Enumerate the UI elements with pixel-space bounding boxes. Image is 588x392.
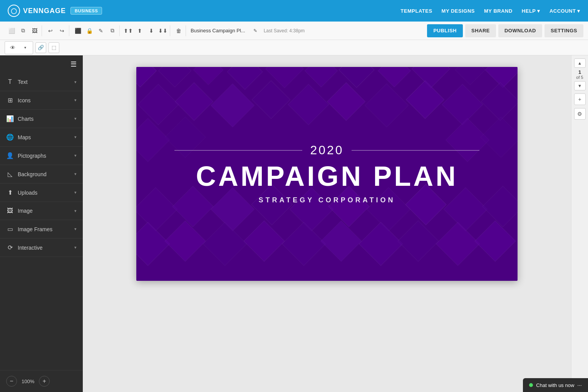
canvas-subtitle: STRATEGY CORPORATION <box>174 197 479 205</box>
toolbar-action-buttons: PUBLISH SHARE DOWNLOAD SETTINGS <box>427 24 583 37</box>
sidebar-label-uploads: Uploads <box>18 190 37 196</box>
sidebar-item-icons[interactable]: ⊞ Icons ▾ <box>0 91 83 110</box>
nav-my-brand[interactable]: MY BRAND <box>484 8 513 14</box>
sidebar-label-text: Text <box>18 79 28 85</box>
app-name: VENNGAGE <box>23 7 66 15</box>
position-button[interactable]: ⬛ <box>72 25 83 36</box>
top-navigation: ◯ VENNGAGE BUSINESS TEMPLATES MY DESIGNS… <box>0 0 588 22</box>
settings-right-button[interactable]: ⚙ <box>574 108 586 120</box>
frame-tool-button[interactable]: ⬜ <box>6 25 17 36</box>
secondary-toolbar: 👁 ▾ 🔗 ⬚ <box>0 40 588 55</box>
design-canvas[interactable]: 2020 CAMPAIGN PLAN STRATEGY CORPORATION <box>136 67 518 281</box>
toolbar-lock-group: ⬛ 🔒 ✎ ⧉ <box>71 25 120 36</box>
svg-rect-38 <box>165 221 206 262</box>
uploads-icon: ⬆ <box>6 189 14 196</box>
hamburger-button[interactable]: ☰ <box>70 60 77 68</box>
svg-rect-21 <box>442 84 483 125</box>
zoom-in-button[interactable]: + <box>39 376 50 387</box>
chevron-down-icon-3: ▾ <box>74 116 77 121</box>
sidebar-item-interactive[interactable]: ⟳ Interactive ▾ <box>0 239 83 257</box>
sidebar-item-uploads[interactable]: ⬆ Uploads ▾ <box>0 183 83 202</box>
share-button[interactable]: SHARE <box>465 24 496 37</box>
chevron-down-icon-4: ▾ <box>74 135 77 140</box>
sidebar-label-image: Image <box>18 208 33 214</box>
crop-button[interactable]: ⬚ <box>49 42 59 53</box>
page-up-button[interactable]: ▲ <box>574 58 586 68</box>
canvas-area[interactable]: 2020 CAMPAIGN PLAN STRATEGY CORPORATION <box>83 55 571 392</box>
svg-rect-23 <box>136 118 170 162</box>
svg-rect-44 <box>398 221 439 262</box>
document-title[interactable]: Business Campaign Pl... <box>191 28 245 33</box>
svg-rect-46 <box>475 221 516 262</box>
send-backward-button[interactable]: ⬇ <box>146 25 157 36</box>
sidebar-item-image-frames[interactable]: ▭ Image Frames ▾ <box>0 220 83 239</box>
nav-my-designs[interactable]: MY DESIGNS <box>442 8 475 14</box>
svg-rect-7 <box>305 67 338 87</box>
sidebar-label-interactive: Interactive <box>18 245 43 251</box>
bring-forward-button[interactable]: ⬆ <box>134 25 145 36</box>
sidebar-item-pictographs[interactable]: 👤 Pictographs ▾ <box>0 147 83 165</box>
sidebar-item-image[interactable]: 🖼 Image ▾ <box>0 202 83 220</box>
nav-account[interactable]: ACCOUNT ▾ <box>549 8 580 14</box>
bring-to-front-button[interactable]: ⬆⬆ <box>123 25 134 36</box>
svg-rect-4 <box>193 67 223 85</box>
svg-rect-36 <box>482 186 518 227</box>
duplicate-button[interactable]: ⧉ <box>107 25 118 36</box>
sidebar-zoom-controls: − 100% + <box>0 370 83 392</box>
svg-rect-11 <box>455 67 485 85</box>
sidebar-item-text[interactable]: T Text ▾ <box>0 73 83 91</box>
page-down-button[interactable]: ▼ <box>574 81 586 90</box>
app-logo[interactable]: ◯ VENNGAGE <box>8 5 66 17</box>
lock-button[interactable]: 🔒 <box>84 25 95 36</box>
sidebar-item-background[interactable]: ◺ Background ▾ <box>0 165 83 183</box>
nav-help[interactable]: HELP ▾ <box>522 8 540 14</box>
sidebar-item-charts[interactable]: 📊 Charts ▾ <box>0 110 83 128</box>
edit-button[interactable]: ✎ <box>95 25 106 36</box>
redo-button[interactable]: ↪ <box>57 25 67 36</box>
toolbar-history-group: ↩ ↪ <box>44 25 69 36</box>
maps-icon: 🌐 <box>6 133 14 141</box>
svg-rect-19 <box>365 83 408 127</box>
chevron-down-icon-6: ▾ <box>74 172 77 177</box>
chevron-down-icon-2: ▾ <box>74 98 77 103</box>
image-button[interactable]: 🖼 <box>29 25 40 36</box>
chat-online-indicator <box>529 383 533 387</box>
svg-rect-43 <box>359 222 402 265</box>
settings-button[interactable]: SETTINGS <box>544 24 583 37</box>
edit-title-button[interactable]: ✎ <box>250 25 261 36</box>
nav-templates[interactable]: TEMPLATES <box>400 8 432 14</box>
page-current: 1 <box>576 69 583 75</box>
toolbar-arrange-group: ⬆⬆ ⬆ ⬇ ⬇⬇ <box>121 25 170 36</box>
download-button[interactable]: DOWNLOAD <box>498 24 542 37</box>
view-dropdown-button[interactable]: ▾ <box>20 42 30 53</box>
publish-button[interactable]: PUBLISH <box>427 24 463 37</box>
zoom-in-right-button[interactable]: + <box>574 93 586 105</box>
image-icon: 🖼 <box>6 207 14 214</box>
svg-rect-26 <box>481 117 518 158</box>
svg-rect-37 <box>136 222 170 265</box>
undo-button[interactable]: ↩ <box>45 25 56 36</box>
chevron-down-icon-7: ▾ <box>74 190 77 195</box>
svg-rect-9 <box>378 67 411 87</box>
view-toggle-button[interactable]: 👁 <box>7 42 18 53</box>
main-toolbar: ⬜ ⧉ 🖼 ↩ ↪ ⬛ 🔒 ✎ ⧉ ⬆⬆ ⬆ ⬇ ⬇⬇ 🗑 Business C… <box>0 22 588 40</box>
send-to-back-button[interactable]: ⬇⬇ <box>157 25 168 36</box>
svg-rect-3 <box>159 67 191 87</box>
logo-icon: ◯ <box>8 5 20 17</box>
canvas-year: 2020 <box>310 143 343 157</box>
delete-button[interactable]: 🗑 <box>173 25 184 36</box>
toolbar-delete-group: 🗑 <box>172 25 186 36</box>
svg-rect-27 <box>136 187 178 231</box>
chat-widget[interactable]: Chat with us now ··· <box>523 378 588 392</box>
zoom-out-button[interactable]: − <box>6 376 17 387</box>
sidebar-item-maps[interactable]: 🌐 Maps ▾ <box>0 128 83 147</box>
chevron-down-icon: ▾ <box>74 80 77 85</box>
svg-rect-10 <box>412 67 450 88</box>
svg-rect-45 <box>436 222 479 265</box>
nav-links: TEMPLATES MY DESIGNS MY BRAND HELP ▾ ACC… <box>400 8 580 14</box>
copy-button[interactable]: ⧉ <box>18 25 28 36</box>
text-icon: T <box>6 78 14 85</box>
sidebar-label-icons: Icons <box>18 97 30 103</box>
link-button[interactable]: 🔗 <box>35 42 46 53</box>
page-total: of 5 <box>576 75 583 80</box>
